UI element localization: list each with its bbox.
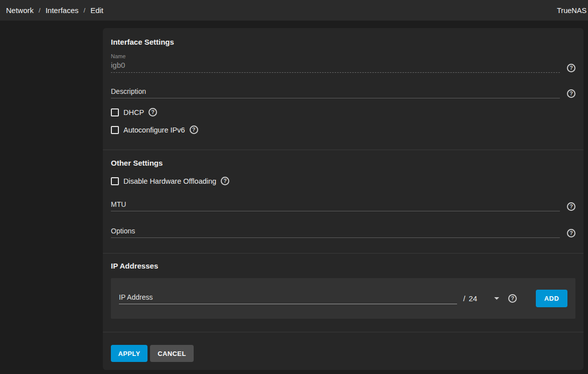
name-field-row: Name igb0 ? — [111, 53, 575, 73]
section-other-settings: Other Settings Disable Hardware Offloadi… — [103, 150, 583, 254]
breadcrumb-network[interactable]: Network — [6, 6, 34, 15]
options-input[interactable]: Options — [111, 227, 560, 238]
name-help-icon[interactable]: ? — [567, 64, 575, 72]
netmask-prefix-value: 24 — [469, 294, 477, 303]
name-input: Name igb0 — [111, 53, 560, 73]
dhcp-help-icon[interactable]: ? — [149, 108, 157, 116]
mtu-field-row: MTU ? — [111, 200, 575, 211]
autoconfigure-ipv6-checkbox[interactable] — [111, 126, 119, 134]
disable-hardware-offloading-checkbox-label[interactable]: Disable Hardware Offloading — [123, 177, 216, 185]
options-help-icon[interactable]: ? — [567, 229, 575, 237]
autoconfigure-ipv6-checkbox-row: Autoconfigure IPv6 ? — [111, 126, 575, 134]
description-field-label: Description — [111, 87, 560, 95]
mtu-help-icon[interactable]: ? — [567, 202, 575, 211]
brand-title: TrueNAS C — [557, 7, 588, 15]
section-title-ip-addresses: IP Addresses — [111, 262, 575, 270]
breadcrumb-edit: Edit — [90, 6, 103, 15]
netmask-prefix-select[interactable]: / 24 — [463, 294, 477, 303]
disable-hardware-offloading-help-icon[interactable]: ? — [221, 177, 229, 185]
cancel-button[interactable]: CANCEL — [150, 345, 194, 362]
ip-address-field-label: IP Address — [119, 293, 457, 301]
apply-button[interactable]: APPLY — [111, 345, 148, 362]
name-field-value: igb0 — [111, 61, 560, 70]
dhcp-checkbox-row: DHCP ? — [111, 108, 575, 116]
mtu-input[interactable]: MTU — [111, 200, 560, 211]
disable-hardware-offloading-checkbox[interactable] — [111, 177, 119, 185]
name-field-label: Name — [111, 53, 560, 60]
edit-interface-card: Interface Settings Name igb0 ? Descripti… — [103, 28, 583, 370]
netmask-prefix-separator: / — [463, 294, 465, 303]
top-bar: Network / Interfaces / Edit TrueNAS C — [0, 0, 588, 21]
options-field-row: Options ? — [111, 227, 575, 238]
netmask-dropdown-arrow-icon[interactable] — [494, 297, 499, 300]
ip-address-panel: IP Address / 24 ? ADD — [111, 278, 575, 319]
description-field-row: Description ? — [111, 87, 575, 98]
breadcrumb-interfaces[interactable]: Interfaces — [46, 6, 79, 15]
dhcp-checkbox[interactable] — [111, 108, 119, 116]
autoconfigure-ipv6-help-icon[interactable]: ? — [190, 126, 198, 134]
ip-address-input[interactable]: IP Address — [119, 293, 457, 304]
autoconfigure-ipv6-checkbox-label[interactable]: Autoconfigure IPv6 — [123, 126, 185, 134]
mtu-field-label: MTU — [111, 200, 560, 208]
breadcrumb-separator: / — [84, 7, 86, 14]
section-title-interface-settings: Interface Settings — [111, 38, 575, 46]
description-help-icon[interactable]: ? — [567, 89, 575, 98]
breadcrumb-separator: / — [39, 7, 41, 14]
description-input[interactable]: Description — [111, 87, 560, 98]
dhcp-checkbox-label[interactable]: DHCP — [123, 108, 144, 116]
add-ip-address-button[interactable]: ADD — [536, 290, 567, 307]
section-interface-settings: Interface Settings Name igb0 ? Descripti… — [103, 28, 583, 150]
section-ip-addresses: IP Addresses IP Address / 24 ? ADD — [103, 254, 583, 332]
form-actions: APPLY CANCEL — [103, 332, 583, 374]
options-field-label: Options — [111, 227, 560, 235]
section-title-other-settings: Other Settings — [111, 159, 575, 167]
ip-address-help-icon[interactable]: ? — [508, 294, 517, 303]
disable-hardware-offloading-checkbox-row: Disable Hardware Offloading ? — [111, 177, 575, 185]
